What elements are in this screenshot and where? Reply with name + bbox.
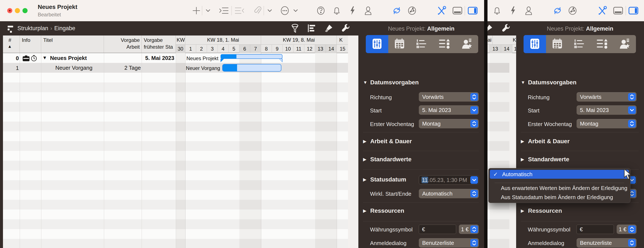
activity-button[interactable] (508, 5, 518, 16)
network-button[interactable] (407, 5, 417, 16)
column-header-vorgabe-arbeit[interactable]: VorgabeArbeit (104, 36, 142, 53)
richtung-popup[interactable]: Vorwärts (419, 92, 479, 102)
tab-resources[interactable] (456, 35, 478, 53)
indent-button[interactable] (218, 5, 229, 16)
row-work[interactable]: 2 Tage (124, 65, 141, 71)
section-statusdatum[interactable]: ▶ Statusdatum (363, 176, 406, 183)
disclosure-closed-icon[interactable]: ▶ (363, 157, 370, 162)
statusdatum-field[interactable]: 11.05.23, 1:30 PM (419, 175, 479, 185)
row-title[interactable]: Neues Projekt (50, 55, 87, 61)
wochentag-popup[interactable]: Montag (576, 119, 636, 128)
currency-unit-popup[interactable]: 1 € (459, 225, 479, 234)
tab-values-list[interactable] (433, 35, 456, 53)
help-button[interactable] (316, 5, 326, 16)
section-ressourcen[interactable]: ▶ Ressourcen (363, 207, 404, 214)
stepper-chevrons-icon[interactable] (470, 120, 478, 128)
column-header-titel[interactable]: Titel (41, 36, 104, 53)
toggle-right-panel-button[interactable] (628, 5, 639, 16)
settings-wrench-button[interactable] (501, 24, 511, 34)
disclosure-closed-icon[interactable]: ▶ (363, 139, 370, 144)
richtung-popup[interactable]: Vorwärts (576, 92, 636, 102)
menu-item-selected[interactable]: ✓ Automatisch (490, 170, 629, 179)
settings-tools-button[interactable] (436, 5, 447, 16)
currency-unit-popup[interactable]: 1 € (617, 225, 636, 234)
notifications-button[interactable] (332, 5, 342, 16)
disclosure-closed-icon[interactable]: ▶ (363, 208, 370, 213)
toggle-right-panel-button[interactable] (467, 5, 478, 16)
tab-resources[interactable] (614, 35, 636, 53)
section-arbeit-dauer[interactable]: ▶ Arbeit & Dauer (521, 138, 570, 145)
column-header-info[interactable]: Info (20, 36, 41, 53)
tab-general-settings[interactable] (366, 35, 388, 53)
stepper-chevrons-icon[interactable] (470, 239, 478, 247)
settings-tools-button[interactable] (597, 5, 608, 16)
menu-item[interactable]: Aus Statusdatum beim Ändern der Erledigu… (501, 194, 613, 201)
minimize-button[interactable] (15, 8, 20, 13)
start-combo[interactable]: 5. Mai 2023 (419, 105, 479, 115)
row-start-date[interactable]: 5. Mai 2023 (145, 55, 174, 61)
wochentag-popup[interactable]: Montag (419, 119, 479, 128)
outline-levels-button[interactable] (307, 24, 316, 34)
attach-menu-button[interactable] (264, 5, 275, 16)
disclosure-open-icon[interactable]: ▼ (521, 80, 528, 85)
tab-calendar[interactable] (388, 35, 411, 53)
section-datumsvorgaben[interactable]: ▼ Datumsvorgaben (521, 79, 576, 86)
section-ressourcen[interactable]: ▶ Ressourcen (521, 207, 562, 214)
disclosure-closed-icon[interactable]: ▶ (521, 208, 528, 213)
menu-item[interactable]: Aus erwarteten Werten beim Ändern der Er… (501, 185, 627, 191)
row-title[interactable]: Neuer Vorgang (55, 65, 92, 71)
wirkl-popup[interactable]: Automatisch (419, 189, 479, 198)
more-actions-menu-button[interactable] (290, 5, 301, 16)
stepper-chevrons-icon[interactable] (628, 239, 636, 247)
sync-button[interactable] (392, 5, 402, 16)
attach-button[interactable] (252, 5, 263, 16)
tab-numbered-list[interactable] (568, 35, 591, 53)
disclosure-closed-icon[interactable]: ▶ (521, 157, 528, 162)
currency-symbol-field[interactable]: € (419, 225, 456, 234)
outdent-button[interactable] (234, 5, 245, 16)
column-header-number[interactable]: # ▲ (3, 36, 20, 53)
toggle-bottom-panel-button[interactable] (613, 5, 624, 16)
breadcrumb-view[interactable]: Strukturplan (18, 25, 48, 32)
wbs-view-icon[interactable] (7, 25, 15, 34)
user-button[interactable] (523, 5, 534, 16)
stepper-chevrons-icon[interactable] (628, 120, 636, 128)
table-body[interactable] (3, 53, 348, 248)
anmeldedialog-popup[interactable]: Benutzerliste (419, 238, 479, 247)
stepper-chevrons-icon[interactable] (628, 93, 636, 101)
activity-button[interactable] (347, 5, 358, 16)
tab-calendar[interactable] (546, 35, 568, 53)
section-standardwerte[interactable]: ▶ Standardwerte (521, 156, 569, 163)
tab-values-list[interactable] (591, 35, 614, 53)
add-button[interactable] (191, 5, 202, 16)
breadcrumb[interactable]: Strukturplan›Eingabe (18, 25, 75, 32)
filter-button[interactable] (290, 24, 300, 34)
section-arbeit-dauer[interactable]: ▶ Arbeit & Dauer (363, 138, 412, 145)
chevron-down-icon[interactable] (470, 176, 478, 184)
toggle-bottom-panel-button[interactable] (452, 5, 463, 16)
disclosure-closed-icon[interactable]: ▶ (363, 177, 370, 182)
sync-button[interactable] (552, 5, 563, 16)
more-actions-button[interactable] (280, 5, 290, 16)
disclosure-open-icon[interactable]: ▼ (363, 80, 370, 85)
sort-ascending-icon[interactable]: ▲ (8, 44, 12, 49)
section-standardwerte[interactable]: ▶ Standardwerte (363, 156, 412, 163)
section-datumsvorgaben[interactable]: ▼ Datumsvorgaben (363, 79, 419, 86)
style-brush-button[interactable] (324, 24, 334, 34)
add-menu-button[interactable] (203, 5, 213, 16)
settings-wrench-button[interactable] (341, 24, 350, 34)
style-brush-button[interactable] (488, 24, 494, 34)
column-header-vorgabe-fruehester-start[interactable]: Vorgabefrühester Sta (142, 36, 176, 53)
anmeldedialog-popup[interactable]: Benutzerliste (576, 238, 636, 247)
notifications-button[interactable] (492, 5, 502, 16)
stepper-chevrons-icon[interactable] (470, 225, 478, 233)
breadcrumb-mode[interactable]: Eingabe (54, 25, 75, 32)
stepper-chevrons-icon[interactable] (470, 190, 478, 197)
user-button[interactable] (363, 5, 374, 16)
network-button[interactable] (567, 5, 578, 16)
tab-general-settings[interactable] (524, 35, 546, 53)
stepper-chevrons-icon[interactable] (470, 93, 478, 101)
disclosure-closed-icon[interactable]: ▶ (521, 139, 528, 144)
zoom-button[interactable] (22, 8, 28, 13)
start-combo[interactable]: 5. Mai 2023 (576, 105, 636, 115)
